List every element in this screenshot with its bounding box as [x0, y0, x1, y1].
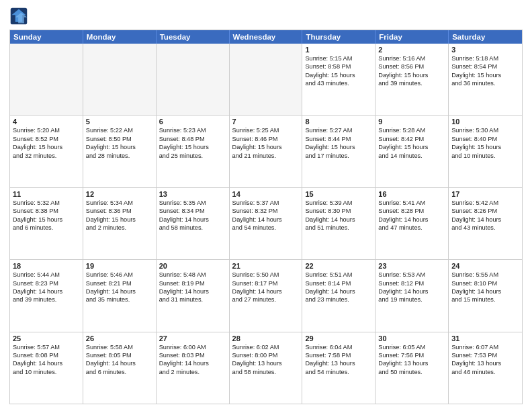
day-info: Sunrise: 5:22 AM Sunset: 8:50 PM Dayligh… — [86, 126, 153, 160]
calendar-cell: 22Sunrise: 5:51 AM Sunset: 8:14 PM Dayli… — [302, 260, 375, 331]
calendar-cell: 28Sunrise: 6:02 AM Sunset: 8:00 PM Dayli… — [230, 332, 303, 404]
day-info: Sunrise: 5:53 AM Sunset: 8:12 PM Dayligh… — [378, 271, 445, 304]
day-number: 11 — [13, 190, 80, 198]
calendar-cell: 18Sunrise: 5:44 AM Sunset: 8:23 PM Dayli… — [10, 260, 83, 331]
calendar-week: 11Sunrise: 5:32 AM Sunset: 8:38 PM Dayli… — [10, 188, 522, 260]
calendar-cell: 30Sunrise: 6:05 AM Sunset: 7:56 PM Dayli… — [375, 332, 449, 404]
day-info: Sunrise: 5:15 AM Sunset: 8:58 PM Dayligh… — [305, 54, 372, 88]
day-info: Sunrise: 5:46 AM Sunset: 8:21 PM Dayligh… — [86, 271, 153, 304]
day-number: 29 — [305, 334, 372, 342]
calendar-cell: 5Sunrise: 5:22 AM Sunset: 8:50 PM Daylig… — [83, 116, 157, 187]
day-number: 13 — [159, 190, 226, 198]
day-info: Sunrise: 5:50 AM Sunset: 8:17 PM Dayligh… — [232, 271, 300, 304]
day-number: 4 — [13, 118, 80, 126]
calendar-cell: 31Sunrise: 6:07 AM Sunset: 7:53 PM Dayli… — [449, 332, 522, 404]
calendar-header-cell: Friday — [375, 30, 449, 44]
calendar-cell: 26Sunrise: 5:58 AM Sunset: 8:05 PM Dayli… — [83, 332, 157, 404]
day-number: 19 — [86, 262, 153, 270]
calendar-cell: 15Sunrise: 5:39 AM Sunset: 8:30 PM Dayli… — [302, 188, 375, 259]
page: SundayMondayTuesdayWednesdayThursdayFrid… — [0, 0, 532, 411]
calendar-cell: 16Sunrise: 5:41 AM Sunset: 8:28 PM Dayli… — [375, 188, 449, 259]
day-number: 18 — [13, 262, 80, 270]
calendar-cell: 12Sunrise: 5:34 AM Sunset: 8:36 PM Dayli… — [83, 188, 157, 259]
day-info: Sunrise: 5:16 AM Sunset: 8:56 PM Dayligh… — [378, 54, 445, 88]
calendar-cell: 29Sunrise: 6:04 AM Sunset: 7:58 PM Dayli… — [302, 332, 375, 404]
day-number: 15 — [305, 190, 372, 198]
calendar-cell — [10, 44, 83, 115]
day-number: 28 — [232, 334, 300, 342]
day-number: 12 — [86, 190, 153, 198]
day-info: Sunrise: 6:04 AM Sunset: 7:58 PM Dayligh… — [305, 343, 372, 377]
calendar: SundayMondayTuesdayWednesdayThursdayFrid… — [9, 30, 523, 404]
day-number: 22 — [305, 262, 372, 270]
calendar-header-cell: Thursday — [302, 30, 375, 44]
day-info: Sunrise: 6:02 AM Sunset: 8:00 PM Dayligh… — [232, 343, 300, 377]
day-info: Sunrise: 5:20 AM Sunset: 8:52 PM Dayligh… — [13, 126, 80, 160]
calendar-cell: 27Sunrise: 6:00 AM Sunset: 8:03 PM Dayli… — [157, 332, 230, 404]
day-info: Sunrise: 5:51 AM Sunset: 8:14 PM Dayligh… — [305, 271, 372, 304]
header — [9, 7, 523, 26]
calendar-header-cell: Wednesday — [230, 30, 303, 44]
calendar-cell: 20Sunrise: 5:48 AM Sunset: 8:19 PM Dayli… — [157, 260, 230, 331]
day-info: Sunrise: 5:42 AM Sunset: 8:26 PM Dayligh… — [451, 199, 519, 232]
day-info: Sunrise: 5:37 AM Sunset: 8:32 PM Dayligh… — [232, 199, 300, 232]
day-number: 31 — [451, 334, 519, 342]
calendar-cell: 10Sunrise: 5:30 AM Sunset: 8:40 PM Dayli… — [449, 116, 522, 187]
day-info: Sunrise: 5:23 AM Sunset: 8:48 PM Dayligh… — [159, 126, 226, 160]
calendar-cell — [157, 44, 230, 115]
calendar-cell: 21Sunrise: 5:50 AM Sunset: 8:17 PM Dayli… — [230, 260, 303, 331]
day-number: 14 — [232, 190, 300, 198]
calendar-body: 1Sunrise: 5:15 AM Sunset: 8:58 PM Daylig… — [10, 44, 522, 404]
calendar-cell: 4Sunrise: 5:20 AM Sunset: 8:52 PM Daylig… — [10, 116, 83, 187]
calendar-cell: 2Sunrise: 5:16 AM Sunset: 8:56 PM Daylig… — [375, 44, 449, 115]
day-number: 27 — [159, 334, 226, 342]
day-number: 25 — [13, 334, 80, 342]
day-info: Sunrise: 6:00 AM Sunset: 8:03 PM Dayligh… — [159, 343, 226, 377]
logo — [9, 7, 30, 26]
day-info: Sunrise: 5:35 AM Sunset: 8:34 PM Dayligh… — [159, 199, 226, 232]
day-number: 2 — [378, 46, 445, 54]
day-info: Sunrise: 5:41 AM Sunset: 8:28 PM Dayligh… — [378, 199, 445, 232]
calendar-header-cell: Saturday — [449, 30, 522, 44]
calendar-header-cell: Monday — [83, 30, 157, 44]
calendar-week: 25Sunrise: 5:57 AM Sunset: 8:08 PM Dayli… — [10, 332, 522, 404]
day-number: 1 — [305, 46, 372, 54]
day-info: Sunrise: 6:05 AM Sunset: 7:56 PM Dayligh… — [378, 343, 445, 377]
calendar-cell — [230, 44, 303, 115]
calendar-cell: 13Sunrise: 5:35 AM Sunset: 8:34 PM Dayli… — [157, 188, 230, 259]
day-info: Sunrise: 5:55 AM Sunset: 8:10 PM Dayligh… — [451, 271, 519, 304]
day-info: Sunrise: 5:18 AM Sunset: 8:54 PM Dayligh… — [451, 54, 519, 88]
calendar-cell: 3Sunrise: 5:18 AM Sunset: 8:54 PM Daylig… — [449, 44, 522, 115]
calendar-week: 1Sunrise: 5:15 AM Sunset: 8:58 PM Daylig… — [10, 44, 522, 116]
calendar-header-row: SundayMondayTuesdayWednesdayThursdayFrid… — [10, 30, 522, 44]
calendar-cell — [83, 44, 157, 115]
calendar-cell: 6Sunrise: 5:23 AM Sunset: 8:48 PM Daylig… — [157, 116, 230, 187]
day-info: Sunrise: 5:32 AM Sunset: 8:38 PM Dayligh… — [13, 199, 80, 232]
day-info: Sunrise: 5:27 AM Sunset: 8:44 PM Dayligh… — [305, 126, 372, 160]
day-number: 7 — [232, 118, 300, 126]
day-number: 10 — [451, 118, 519, 126]
logo-icon — [9, 7, 28, 26]
day-info: Sunrise: 5:30 AM Sunset: 8:40 PM Dayligh… — [451, 126, 519, 160]
day-info: Sunrise: 5:44 AM Sunset: 8:23 PM Dayligh… — [13, 271, 80, 304]
calendar-cell: 25Sunrise: 5:57 AM Sunset: 8:08 PM Dayli… — [10, 332, 83, 404]
calendar-header-cell: Sunday — [10, 30, 83, 44]
day-number: 9 — [378, 118, 445, 126]
calendar-cell: 1Sunrise: 5:15 AM Sunset: 8:58 PM Daylig… — [302, 44, 375, 115]
day-number: 21 — [232, 262, 300, 270]
calendar-week: 4Sunrise: 5:20 AM Sunset: 8:52 PM Daylig… — [10, 116, 522, 187]
day-info: Sunrise: 5:28 AM Sunset: 8:42 PM Dayligh… — [378, 126, 445, 160]
day-number: 5 — [86, 118, 153, 126]
day-number: 16 — [378, 190, 445, 198]
calendar-cell: 7Sunrise: 5:25 AM Sunset: 8:46 PM Daylig… — [230, 116, 303, 187]
day-number: 6 — [159, 118, 226, 126]
calendar-cell: 24Sunrise: 5:55 AM Sunset: 8:10 PM Dayli… — [449, 260, 522, 331]
calendar-cell: 19Sunrise: 5:46 AM Sunset: 8:21 PM Dayli… — [83, 260, 157, 331]
day-number: 8 — [305, 118, 372, 126]
day-info: Sunrise: 5:39 AM Sunset: 8:30 PM Dayligh… — [305, 199, 372, 232]
day-info: Sunrise: 5:58 AM Sunset: 8:05 PM Dayligh… — [86, 343, 153, 377]
day-number: 30 — [378, 334, 445, 342]
calendar-week: 18Sunrise: 5:44 AM Sunset: 8:23 PM Dayli… — [10, 260, 522, 332]
day-number: 20 — [159, 262, 226, 270]
day-number: 23 — [378, 262, 445, 270]
